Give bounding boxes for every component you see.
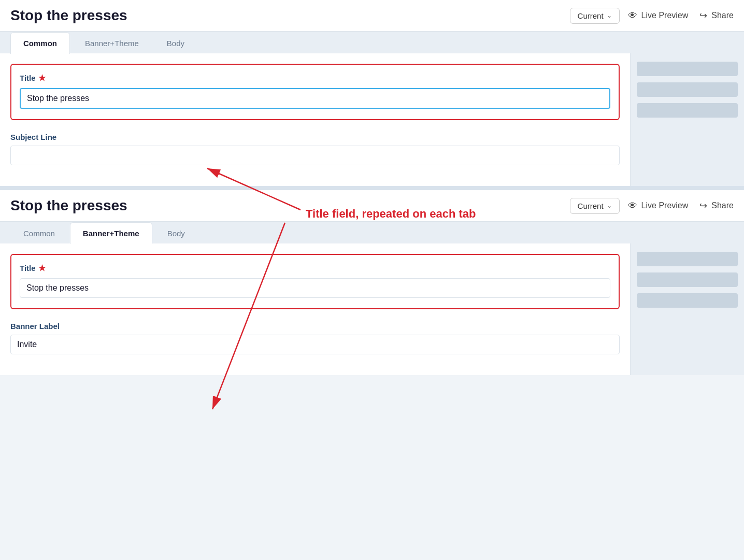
subject-line-label: Subject Line xyxy=(10,133,620,141)
title-section-2: Title ★ xyxy=(10,254,620,309)
version-label-2: Current xyxy=(578,202,604,210)
stub-item-1a xyxy=(637,62,738,76)
banner-label-label: Banner Label xyxy=(10,322,620,331)
panel-2-stub xyxy=(630,243,744,375)
eye-icon-2: 👁 xyxy=(628,200,637,211)
tab-1-body[interactable]: Body xyxy=(154,32,197,54)
panel-1-main: Title ★ Subject Line xyxy=(0,53,630,186)
required-star-2: ★ xyxy=(38,263,46,273)
tab-2-common[interactable]: Common xyxy=(10,222,68,244)
live-preview-label-1: Live Preview xyxy=(641,11,689,20)
stub-item-1b xyxy=(637,82,738,97)
title-input-2[interactable] xyxy=(20,278,610,298)
stub-item-2a xyxy=(637,252,738,266)
panel-2: Stop the presses Current ⌄ 👁 Live Previe… xyxy=(0,190,744,375)
live-preview-label-2: Live Preview xyxy=(641,201,689,210)
panel-2-content: Title ★ Banner Label xyxy=(0,243,744,375)
panel-2-title: Stop the presses xyxy=(10,197,562,214)
stub-item-1c xyxy=(637,103,738,118)
tabs-1: Common Banner+Theme Body xyxy=(0,32,744,53)
share-label-1: Share xyxy=(711,11,734,20)
panel-1-content: Title ★ Subject Line xyxy=(0,53,744,186)
title-input-1[interactable] xyxy=(20,88,610,109)
header-actions-1: 👁 Live Preview ↪ Share xyxy=(628,10,734,21)
title-section-1: Title ★ xyxy=(10,64,620,120)
panel-1-stub xyxy=(630,53,744,186)
panel-1-title: Stop the presses xyxy=(10,7,562,24)
live-preview-button-1[interactable]: 👁 Live Preview xyxy=(628,10,689,21)
banner-label-input[interactable] xyxy=(10,335,620,354)
header-actions-2: 👁 Live Preview ↪ Share xyxy=(628,200,734,211)
required-star-1: ★ xyxy=(38,73,46,83)
tabs-2: Common Banner+Theme Body xyxy=(0,222,744,243)
share-icon-2: ↪ xyxy=(699,200,707,211)
version-label-1: Current xyxy=(578,11,604,20)
subject-line-input[interactable] xyxy=(10,146,620,165)
subject-line-section: Subject Line xyxy=(10,133,620,165)
tab-2-body[interactable]: Body xyxy=(154,222,198,244)
share-button-1[interactable]: ↪ Share xyxy=(699,10,734,21)
chevron-down-icon-2: ⌄ xyxy=(607,202,612,209)
stub-item-2b xyxy=(637,272,738,287)
title-label-2: Title ★ xyxy=(20,263,610,273)
tab-1-banner-theme[interactable]: Banner+Theme xyxy=(72,32,152,54)
version-dropdown-1[interactable]: Current ⌄ xyxy=(570,8,620,24)
share-label-2: Share xyxy=(711,201,734,210)
tab-2-banner-theme[interactable]: Banner+Theme xyxy=(70,222,152,244)
page: Stop the presses Current ⌄ 👁 Live Previe… xyxy=(0,0,744,560)
panel-1-header: Stop the presses Current ⌄ 👁 Live Previe… xyxy=(0,0,744,32)
stub-item-2c xyxy=(637,293,738,308)
eye-icon-1: 👁 xyxy=(628,10,637,21)
chevron-down-icon-1: ⌄ xyxy=(607,12,612,19)
version-dropdown-2[interactable]: Current ⌄ xyxy=(570,198,620,214)
live-preview-button-2[interactable]: 👁 Live Preview xyxy=(628,200,689,211)
share-icon-1: ↪ xyxy=(699,10,707,21)
panel-divider xyxy=(0,186,744,190)
share-button-2[interactable]: ↪ Share xyxy=(699,200,734,211)
panel-1: Stop the presses Current ⌄ 👁 Live Previe… xyxy=(0,0,744,186)
panel-2-header: Stop the presses Current ⌄ 👁 Live Previe… xyxy=(0,190,744,222)
tab-1-common[interactable]: Common xyxy=(10,32,70,54)
banner-label-section: Banner Label xyxy=(10,322,620,354)
title-label-1: Title ★ xyxy=(20,73,610,83)
panel-2-main: Title ★ Banner Label xyxy=(0,243,630,375)
